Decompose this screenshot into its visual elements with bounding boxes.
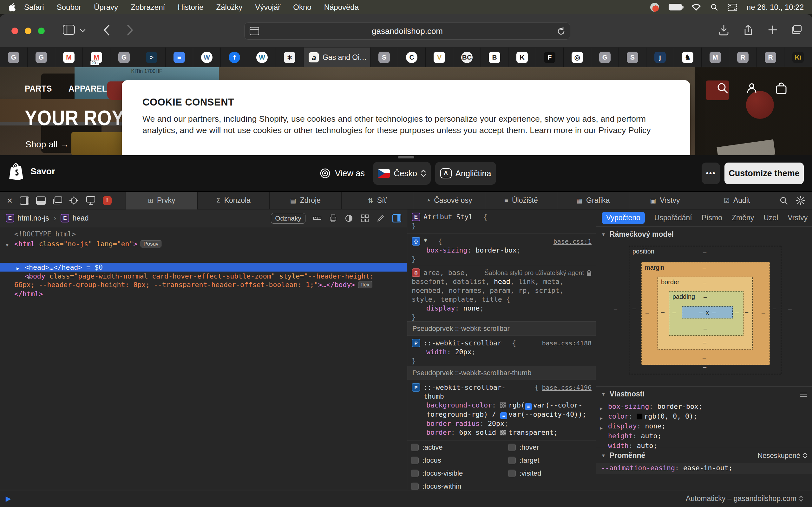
- print-icon[interactable]: [329, 214, 337, 222]
- color-swatch[interactable]: [500, 402, 506, 408]
- pinned-tab[interactable]: ◎: [564, 48, 591, 67]
- menubar-item[interactable]: Vývojář: [255, 3, 281, 12]
- pseudo-class-checkbox[interactable]: [411, 457, 419, 464]
- site-cart-icon[interactable]: [775, 82, 787, 95]
- user-agent-rule[interactable]: {}area, base, Šablona stylů pro uživatel…: [407, 265, 596, 322]
- issues-badge[interactable]: !: [103, 196, 112, 205]
- box-model-content[interactable]: –x–: [682, 306, 733, 319]
- tab-overview-icon[interactable]: [791, 25, 802, 35]
- pinned-tab[interactable]: W: [193, 48, 221, 67]
- pinned-tab[interactable]: S: [370, 48, 398, 67]
- universal-rule[interactable]: {}* {base.css:1 box-sizing: border-box; …: [407, 234, 596, 265]
- device-settings-icon[interactable]: [86, 196, 96, 205]
- back-button[interactable]: [103, 25, 110, 36]
- properties-section-header[interactable]: ▼Vlastnosti: [596, 386, 812, 401]
- box-model-margin[interactable]: margin – – – – border – – – – padding: [641, 262, 770, 365]
- control-center-icon[interactable]: [728, 4, 737, 11]
- box-model-position[interactable]: position – – – – margin – – – – border –: [629, 246, 781, 374]
- pinned-tab[interactable]: G: [110, 48, 138, 67]
- grid-overlay-icon[interactable]: [361, 214, 369, 222]
- computed-property[interactable]: height: auto;: [596, 431, 812, 441]
- pinned-tab[interactable]: M 20+: [83, 48, 110, 67]
- breadcrumb-html[interactable]: html.no-js: [17, 214, 49, 222]
- inspector-tab[interactable]: Σ Konzola: [197, 192, 269, 210]
- css-variable-badge[interactable]: ≡: [500, 412, 507, 419]
- pinned-tab[interactable]: V: [426, 48, 453, 67]
- zoom-window-button[interactable]: [38, 27, 45, 34]
- pinned-tab[interactable]: R: [729, 48, 757, 67]
- computed-tab[interactable]: Uspořádání: [654, 214, 692, 222]
- css-variable-badge[interactable]: ≡: [525, 403, 532, 410]
- pinned-tab[interactable]: ∗: [276, 48, 304, 67]
- reload-icon[interactable]: [557, 27, 565, 36]
- address-bar[interactable]: gasandoilshop.com: [244, 22, 570, 40]
- inspector-tab[interactable]: ◔ Časové osy: [413, 192, 485, 210]
- box-model-section-header[interactable]: ▼Rámečkový model: [596, 227, 812, 242]
- dom-head-selected[interactable]: ▶<head>…</head> = $0: [0, 263, 400, 272]
- close-inspector-icon[interactable]: ×: [7, 195, 13, 206]
- inspector-tab[interactable]: ▣ Vrstvy: [629, 192, 701, 210]
- share-icon[interactable]: [744, 25, 753, 36]
- site-account-icon[interactable]: [746, 82, 757, 95]
- scroll-badge[interactable]: Posuv: [141, 240, 161, 247]
- computed-tab[interactable]: Uzel: [763, 214, 778, 222]
- pinned-tab[interactable]: Ki: [784, 48, 812, 67]
- box-model-padding[interactable]: padding – – – – –x–: [669, 291, 744, 336]
- more-options-button[interactable]: •••: [702, 163, 720, 184]
- inspector-search-icon[interactable]: [780, 196, 788, 205]
- menubar-item[interactable]: Zobrazení: [131, 3, 165, 12]
- sidebar-toggle-icon[interactable]: [63, 25, 75, 35]
- inspect-mode-icon[interactable]: [392, 214, 401, 222]
- pinned-tab[interactable]: S: [619, 48, 647, 67]
- dock-bottom-icon[interactable]: [36, 196, 46, 205]
- element-picker-icon[interactable]: [69, 196, 79, 205]
- pinned-tab[interactable]: >: [138, 48, 165, 67]
- battery-icon[interactable]: [669, 4, 682, 10]
- minimize-window-button[interactable]: [25, 27, 32, 34]
- continue-arrow-icon[interactable]: ▶: [6, 495, 11, 503]
- css-variable-row[interactable]: --animation-easing: ease-in-out;: [596, 463, 812, 474]
- pseudo-class-checkbox[interactable]: [508, 457, 516, 464]
- new-tab-icon[interactable]: [768, 25, 778, 35]
- computed-tab[interactable]: Změny: [732, 214, 754, 222]
- inspector-tab[interactable]: ☑ Audit: [701, 192, 773, 210]
- close-window-button[interactable]: [11, 27, 18, 34]
- pinned-tab[interactable]: j: [647, 48, 674, 67]
- wifi-icon[interactable]: [692, 4, 701, 11]
- menubar-item[interactable]: Úpravy: [94, 3, 118, 12]
- site-nav-link[interactable]: APPAREL: [68, 83, 107, 94]
- pinned-tab[interactable]: M: [702, 48, 729, 67]
- country-selector[interactable]: Česko: [373, 162, 431, 185]
- inspector-tab[interactable]: ⊞ Prvky: [125, 192, 198, 210]
- customize-theme-button[interactable]: Customize theme: [724, 163, 804, 184]
- pinned-tab[interactable]: W: [248, 48, 276, 67]
- downloads-icon[interactable]: [719, 25, 729, 36]
- variables-grouping-select[interactable]: Neseskupené: [757, 452, 807, 460]
- computed-property[interactable]: ▶box-sizing: border-box;: [596, 401, 812, 411]
- menubar-clock[interactable]: ne 26. 10., 10:22: [747, 3, 804, 12]
- inspector-tab[interactable]: ≡ Úložiště: [485, 192, 557, 210]
- pseudo-class-checkbox[interactable]: [411, 469, 419, 477]
- menubar-item[interactable]: Záložky: [216, 3, 243, 12]
- menubar-item[interactable]: Historie: [177, 3, 203, 12]
- sidebar-chevron-icon[interactable]: [80, 29, 86, 33]
- computed-tab[interactable]: Vypočteno: [602, 212, 645, 224]
- pseudo-class-checkbox[interactable]: [508, 469, 516, 477]
- forward-button[interactable]: [127, 25, 133, 36]
- appearance-toggle-icon[interactable]: [345, 214, 353, 222]
- computed-tab[interactable]: Vrstvy: [788, 214, 808, 222]
- spotlight-search-icon[interactable]: [711, 3, 718, 11]
- active-tab[interactable]: a Gas and Oi…: [304, 48, 370, 67]
- site-nav-link[interactable]: PARTS: [25, 83, 52, 94]
- screen-record-app-icon[interactable]: [650, 3, 659, 12]
- flex-badge[interactable]: flex: [358, 281, 372, 288]
- pinned-tab[interactable]: G: [591, 48, 619, 67]
- inspector-tab[interactable]: ▦ Grafika: [557, 192, 629, 210]
- detach-window-icon[interactable]: [53, 196, 62, 205]
- pinned-tab[interactable]: B: [481, 48, 508, 67]
- page-settings-icon[interactable]: [250, 27, 259, 35]
- variables-section-header[interactable]: ▼Proměnné Neseskupené: [596, 448, 812, 463]
- style-attribute-rule[interactable]: EAtribut Styl { }: [407, 210, 596, 234]
- pinned-tab[interactable]: BC: [453, 48, 481, 67]
- pinned-tab[interactable]: f: [221, 48, 248, 67]
